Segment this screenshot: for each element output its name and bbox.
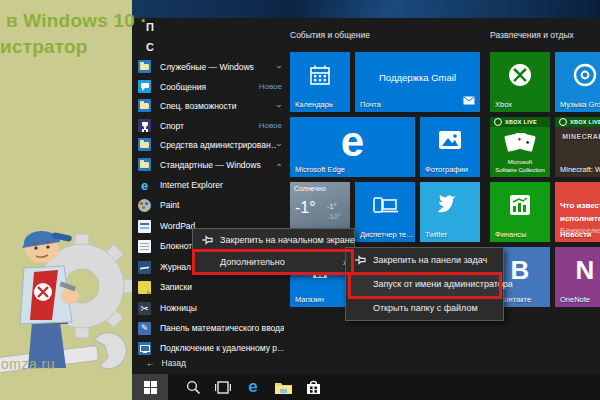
edge-logo-icon: e <box>290 121 415 163</box>
tile-phone-companion[interactable]: Диспетчер те… <box>355 182 415 242</box>
sticky-notes-icon <box>138 281 151 294</box>
minecraft-logo: MINECRAFT <box>555 133 600 140</box>
tile-group-header[interactable]: Развлечения и отдых <box>490 30 574 40</box>
desktop-wallpaper <box>132 0 600 20</box>
xbox-live-icon <box>494 118 502 126</box>
twitter-bird-icon <box>420 182 480 228</box>
app-item-math-input[interactable]: ✎ Панель математического ввода <box>138 318 284 338</box>
tile-finance[interactable]: Финансы <box>490 182 550 242</box>
folder-icon <box>275 381 292 394</box>
solitaire-label: Microsoft <box>490 159 550 167</box>
xbox-live-banner: XBOX LIVE <box>490 117 550 127</box>
messaging-icon <box>138 80 151 93</box>
task-view-button[interactable] <box>208 374 238 400</box>
chevron-down-icon: › <box>274 65 284 68</box>
menu-item-more[interactable]: Дополнительно › <box>193 251 354 273</box>
envelope-icon <box>463 91 475 109</box>
notepad-icon <box>138 240 151 253</box>
new-badge: Новое <box>259 82 282 91</box>
tile-group-header[interactable]: События и общение <box>290 30 370 40</box>
paint-icon <box>138 199 151 212</box>
tile-photos[interactable]: Фотографии <box>420 117 480 177</box>
xbox-live-banner: XBOX LIVE <box>555 117 600 127</box>
wordpad-icon <box>138 220 151 233</box>
context-menu: Закрепить на начальном экране Дополнител… <box>192 228 355 274</box>
taskbar: e <box>132 374 600 400</box>
search-button[interactable] <box>178 374 208 400</box>
news-headline: исполните <box>560 215 600 224</box>
app-item-accessibility[interactable]: Спец. возможности › <box>138 96 284 115</box>
tile-groove-music[interactable]: Музыка Groove <box>555 52 600 112</box>
tile-minecraft[interactable]: XBOX LIVE MINECRAFT Minecraft: W… <box>555 117 600 177</box>
app-item-system-windows[interactable]: Служебные — Windows › <box>138 57 284 76</box>
tile-microsoft-edge[interactable]: e Microsoft Edge <box>290 117 415 177</box>
new-badge: Новое <box>259 121 282 130</box>
back-arrow-icon: ← <box>146 358 155 368</box>
app-item-remote-desktop[interactable]: Подключение к удаленному р… <box>138 338 284 358</box>
file-explorer-button[interactable] <box>268 374 298 400</box>
folder-icon <box>138 158 151 171</box>
menu-item-run-as-admin[interactable]: Запуск от имени администратора <box>346 272 503 296</box>
tutorial-title-line2: истратор <box>0 36 88 58</box>
phone-companion-icon <box>355 182 415 228</box>
menu-item-pin-to-start[interactable]: Закрепить на начальном экране <box>193 229 354 251</box>
calendar-icon <box>290 52 350 98</box>
folder-icon <box>138 99 151 112</box>
app-item-sport[interactable]: Спорт Новое <box>138 116 284 135</box>
menu-item-pin-to-taskbar[interactable]: Закрепить на панели задач <box>346 248 503 272</box>
pencil-icon: ✎ <box>138 322 151 335</box>
app-item-internet-explorer[interactable]: e Internet Explorer <box>138 175 284 195</box>
onenote-logo: N <box>555 247 600 293</box>
app-item-messaging[interactable]: Сообщения Новое <box>138 77 284 96</box>
weather-low: -10° <box>327 212 341 221</box>
groove-music-icon <box>555 52 600 98</box>
windows-logo-icon <box>144 381 157 394</box>
scissors-icon: ✂ <box>138 302 151 315</box>
edge-icon: e <box>248 377 257 397</box>
weather-condition: Солнечно <box>294 185 326 192</box>
tutorial-side-panel: в Windows 10 · истратор <box>0 0 132 400</box>
search-icon <box>186 380 201 395</box>
xbox-icon <box>490 52 550 98</box>
task-view-icon <box>215 381 231 394</box>
context-submenu: Закрепить на панели задач Запуск от имен… <box>345 247 504 321</box>
tile-twitter[interactable]: Twitter <box>420 182 480 242</box>
app-item-admin-tools[interactable]: Средства администрирован… › <box>138 135 284 154</box>
store-taskbar-button[interactable] <box>298 374 328 400</box>
watermark: omza.ru <box>1 356 55 372</box>
letter-heading-s[interactable]: С <box>146 41 164 53</box>
store-bag-icon <box>306 379 321 395</box>
solitaire-label: Solitaire Collection <box>490 167 550 175</box>
weather-high: -1° <box>327 202 337 211</box>
chevron-down-icon: › <box>274 104 284 107</box>
sport-icon <box>138 119 151 132</box>
tile-xbox[interactable]: Xbox <box>490 52 550 112</box>
xbox-live-icon <box>559 118 567 126</box>
tile-news[interactable]: Что извест исполните Брюсселе Новости <box>555 182 600 242</box>
photos-icon <box>420 117 480 163</box>
back-button[interactable]: ← Назад <box>146 358 186 368</box>
mail-headline: Поддержка Gmail <box>355 72 480 83</box>
start-button[interactable] <box>132 374 168 400</box>
tile-solitaire[interactable]: XBOX LIVE ♦♠ Microsoft Solitaire Collect… <box>490 117 550 177</box>
solitaire-cards-icon: ♦♠ <box>490 130 550 160</box>
remote-desktop-icon <box>138 342 151 355</box>
app-item-paint[interactable]: Paint <box>138 195 284 215</box>
tile-onenote[interactable]: N OneNote <box>555 247 600 307</box>
tile-mail[interactable]: Поддержка Gmail Почта <box>355 52 480 112</box>
menu-item-open-file-location[interactable]: Открыть папку с файлом <box>346 296 503 320</box>
news-headline: Что извест <box>560 202 600 211</box>
folder-icon <box>138 138 151 151</box>
tile-calendar[interactable]: Календарь <box>290 52 350 112</box>
letter-heading-p[interactable]: П <box>146 21 164 33</box>
svg-text:♦: ♦ <box>518 136 521 142</box>
journal-icon <box>138 261 151 274</box>
app-item-accessories[interactable]: Стандартные — Windows › <box>138 155 284 174</box>
pin-icon <box>354 254 366 266</box>
app-item-sticky-notes[interactable]: Записки <box>138 277 284 297</box>
weather-temp: -1° <box>295 199 316 217</box>
internet-explorer-icon: e <box>138 179 151 192</box>
app-item-snipping-tool[interactable]: ✂ Ножницы <box>138 298 284 318</box>
pin-icon <box>201 234 213 246</box>
edge-taskbar-button[interactable]: e <box>238 374 268 400</box>
